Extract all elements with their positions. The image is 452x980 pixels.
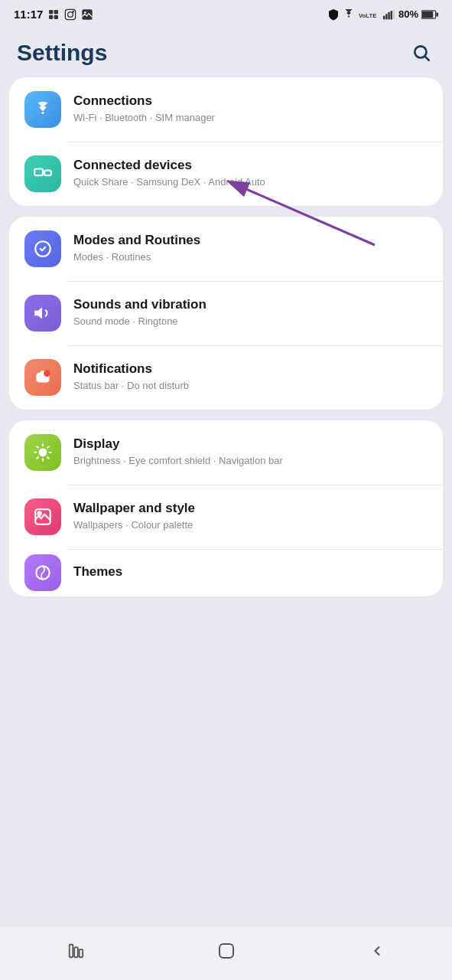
notifications-icon bbox=[33, 368, 53, 387]
svg-rect-12 bbox=[388, 11, 389, 19]
connected-devices-text: Connected devices Quick Share · Samsung … bbox=[73, 158, 428, 189]
svg-rect-2 bbox=[49, 15, 53, 18]
svg-point-8 bbox=[84, 11, 86, 14]
themes-text: Themes bbox=[73, 564, 428, 582]
svg-line-19 bbox=[425, 57, 429, 60]
svg-rect-10 bbox=[383, 15, 385, 19]
volte-icon: VoLTE bbox=[359, 9, 380, 20]
status-right: VoLTE 80% bbox=[328, 8, 438, 21]
svg-rect-17 bbox=[436, 12, 438, 16]
display-icon bbox=[33, 443, 53, 462]
svg-point-5 bbox=[68, 11, 73, 17]
modes-title: Modes and Routines bbox=[73, 233, 428, 248]
search-icon bbox=[411, 43, 431, 63]
svg-rect-11 bbox=[385, 14, 387, 19]
wifi-icon bbox=[33, 100, 53, 119]
sounds-text: Sounds and vibration Sound mode · Ringto… bbox=[73, 297, 428, 328]
svg-rect-14 bbox=[393, 9, 395, 19]
modes-icon bbox=[33, 239, 53, 259]
svg-rect-4 bbox=[66, 9, 76, 19]
settings-item-themes[interactable]: Themes bbox=[9, 549, 443, 596]
gallery-icon bbox=[81, 8, 93, 21]
svg-point-29 bbox=[38, 512, 41, 515]
wallpaper-icon bbox=[33, 507, 53, 527]
svg-rect-0 bbox=[49, 10, 53, 14]
svg-point-6 bbox=[73, 11, 73, 11]
status-time: 11:17 bbox=[14, 8, 43, 21]
svg-rect-1 bbox=[54, 10, 58, 14]
connections-subtitle: Wi-Fi · Bluetooth · SIM manager bbox=[73, 111, 428, 125]
status-bar: 11:17 bbox=[0, 0, 452, 25]
search-button[interactable] bbox=[408, 39, 435, 67]
settings-item-notifications[interactable]: Notifications Status bar · Do not distur… bbox=[9, 345, 443, 410]
wifi-status-icon bbox=[342, 9, 356, 20]
svg-rect-13 bbox=[391, 11, 392, 19]
modes-subtitle: Modes · Routines bbox=[73, 250, 428, 264]
wallpaper-subtitle: Wallpapers · Colour palette bbox=[73, 518, 428, 532]
home-icon bbox=[217, 942, 236, 960]
svg-rect-35 bbox=[79, 949, 83, 957]
card-display: Display Brightness · Eye comfort shield … bbox=[9, 420, 443, 596]
svg-rect-21 bbox=[44, 171, 51, 176]
status-left: 11:17 bbox=[14, 8, 93, 21]
svg-rect-20 bbox=[34, 169, 43, 176]
connections-title: Connections bbox=[73, 93, 428, 109]
slack-icon bbox=[47, 8, 60, 21]
settings-item-sounds[interactable]: Sounds and vibration Sound mode · Ringto… bbox=[9, 281, 443, 345]
themes-title: Themes bbox=[73, 564, 428, 580]
card-modes: Modes and Routines Modes · Routines Soun… bbox=[9, 217, 443, 410]
svg-point-27 bbox=[39, 449, 47, 457]
display-subtitle: Brightness · Eye comfort shield · Naviga… bbox=[73, 454, 428, 468]
sounds-icon-bg bbox=[24, 295, 61, 332]
display-icon-bg bbox=[24, 434, 61, 471]
nav-bar bbox=[0, 926, 452, 980]
settings-item-connected-devices[interactable]: Connected devices Quick Share · Samsung … bbox=[9, 142, 443, 206]
svg-rect-33 bbox=[69, 945, 73, 958]
modes-icon-bg bbox=[24, 230, 61, 267]
card-connections: Connections Wi-Fi · Bluetooth · SIM mana… bbox=[9, 77, 443, 206]
connections-icon-bg bbox=[24, 91, 61, 128]
wallpaper-icon-bg bbox=[24, 498, 61, 535]
connected-devices-icon-bg bbox=[24, 155, 61, 192]
svg-rect-34 bbox=[74, 947, 78, 957]
connected-devices-subtitle: Quick Share · Samsung DeX · Android Auto bbox=[73, 175, 428, 189]
display-title: Display bbox=[73, 436, 428, 452]
battery-text: 80% bbox=[398, 8, 418, 20]
wallpaper-text: Wallpaper and style Wallpapers · Colour … bbox=[73, 501, 428, 532]
svg-rect-16 bbox=[422, 11, 433, 17]
header: Settings bbox=[0, 25, 452, 77]
connected-devices-title: Connected devices bbox=[73, 158, 428, 173]
signal-icon bbox=[383, 9, 395, 20]
display-text: Display Brightness · Eye comfort shield … bbox=[73, 436, 428, 468]
sound-icon bbox=[33, 303, 53, 323]
settings-item-connections[interactable]: Connections Wi-Fi · Bluetooth · SIM mana… bbox=[9, 77, 443, 142]
wallpaper-title: Wallpaper and style bbox=[73, 501, 428, 516]
notifications-subtitle: Status bar · Do not disturb bbox=[73, 379, 428, 393]
notifications-icon-bg bbox=[24, 359, 61, 396]
sounds-title: Sounds and vibration bbox=[73, 297, 428, 312]
settings-item-display[interactable]: Display Brightness · Eye comfort shield … bbox=[9, 420, 443, 485]
svg-rect-36 bbox=[219, 944, 233, 958]
page-title: Settings bbox=[17, 40, 107, 66]
battery-icon bbox=[421, 10, 438, 19]
recents-button[interactable] bbox=[57, 937, 95, 965]
settings-item-wallpaper[interactable]: Wallpaper and style Wallpapers · Colour … bbox=[9, 485, 443, 549]
instagram-icon bbox=[64, 8, 76, 21]
svg-point-25 bbox=[44, 370, 50, 377]
settings-item-modes[interactable]: Modes and Routines Modes · Routines bbox=[9, 217, 443, 281]
home-button[interactable] bbox=[207, 937, 246, 965]
modes-text: Modes and Routines Modes · Routines bbox=[73, 233, 428, 264]
sounds-subtitle: Sound mode · Ringtone bbox=[73, 315, 428, 328]
back-icon bbox=[369, 943, 385, 959]
connected-devices-icon bbox=[33, 164, 53, 184]
back-button[interactable] bbox=[358, 937, 396, 965]
svg-text:VoLTE: VoLTE bbox=[359, 11, 376, 18]
recents-icon bbox=[67, 942, 84, 959]
notifications-title: Notifications bbox=[73, 361, 428, 377]
themes-icon bbox=[33, 563, 53, 583]
themes-icon-bg bbox=[24, 554, 61, 591]
svg-rect-3 bbox=[54, 15, 58, 18]
notifications-text: Notifications Status bar · Do not distur… bbox=[73, 361, 428, 393]
connections-text: Connections Wi-Fi · Bluetooth · SIM mana… bbox=[73, 93, 428, 125]
protect-icon bbox=[328, 8, 339, 21]
